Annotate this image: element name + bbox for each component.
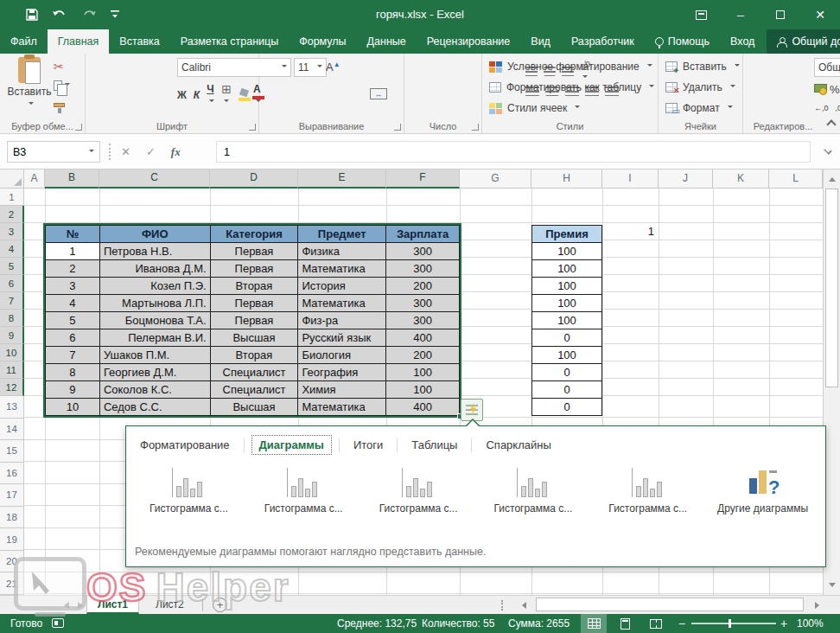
row-header-14[interactable]: 14 — [0, 419, 24, 441]
table-cell[interactable]: Пелерман В.И. — [100, 329, 211, 347]
table-header-cell[interactable]: Предмет — [298, 226, 386, 243]
tab-formulas[interactable]: Формулы — [289, 29, 356, 54]
column-header-A[interactable]: A — [24, 169, 45, 189]
table-cell[interactable]: Иванова Д.М. — [100, 260, 211, 278]
scroll-down-button[interactable] — [824, 578, 840, 593]
premium-cell[interactable]: 0 — [532, 364, 602, 381]
tab-insert[interactable]: Вставка — [109, 29, 169, 54]
table-cell[interactable]: Первая — [211, 312, 299, 329]
table-cell[interactable]: Козел П.Э. — [100, 278, 211, 295]
share-button[interactable]: Общий доступ — [767, 29, 840, 54]
bold-button[interactable]: Ж — [177, 89, 187, 101]
scroll-left-button[interactable] — [515, 597, 532, 613]
row-header-15[interactable]: 15 — [0, 440, 24, 463]
table-cell[interactable]: 10 — [46, 399, 100, 416]
tab-home[interactable]: Главная — [48, 29, 110, 54]
fill-color-button[interactable] — [239, 89, 246, 101]
tab-page-layout[interactable]: Разметка страницы — [170, 29, 289, 54]
scroll-right-button[interactable] — [809, 597, 826, 613]
table-cell[interactable]: Русский язык — [298, 329, 386, 347]
premium-cell[interactable]: 0 — [532, 381, 602, 399]
table-cell[interactable]: 5 — [46, 312, 100, 329]
font-dialog-launcher[interactable] — [249, 124, 256, 131]
cell-styles-button[interactable]: Стили ячеек — [482, 98, 658, 118]
delete-cells-button[interactable]: ✕ Удалить — [659, 77, 742, 98]
table-cell[interactable]: Первая — [211, 243, 299, 260]
copy-button[interactable] — [54, 76, 83, 95]
table-cell[interactable]: 6 — [46, 329, 100, 347]
tab-review[interactable]: Рецензирование — [417, 29, 521, 54]
table-cell[interactable]: Математика — [298, 399, 386, 416]
row-header-6[interactable]: 6 — [0, 275, 24, 292]
row-header-11[interactable]: 11 — [0, 361, 24, 379]
row-header-3[interactable]: 3 — [0, 223, 24, 240]
sheet-nav-right-icon[interactable] — [78, 602, 83, 609]
borders-caret[interactable] — [224, 99, 229, 105]
insert-function-button[interactable]: fx — [171, 145, 181, 159]
collapse-ribbon-button[interactable] — [826, 119, 836, 129]
column-header-H[interactable]: H — [531, 169, 602, 189]
number-dialog-launcher[interactable] — [472, 124, 479, 131]
underline-button[interactable]: Ч — [207, 83, 214, 107]
formula-input[interactable]: 1 — [216, 141, 811, 163]
table-cell[interactable]: 100 — [386, 381, 460, 399]
qa-chart-item[interactable]: Гистограмма с... — [246, 464, 361, 521]
row-header-2[interactable]: 2 — [0, 206, 24, 223]
table-cell[interactable]: Боцмонова Т.А. — [100, 312, 211, 329]
column-header-K[interactable]: K — [713, 169, 769, 189]
name-box[interactable]: B3 — [7, 141, 100, 163]
column-header-L[interactable]: L — [769, 169, 823, 189]
alignment-dialog-launcher[interactable] — [394, 124, 401, 131]
table-cell[interactable]: Вторая — [211, 278, 299, 295]
row-header-20[interactable]: 20 — [0, 551, 24, 573]
table-cell[interactable]: Специалист — [211, 364, 299, 381]
premium-cell[interactable]: 100 — [532, 278, 602, 295]
new-sheet-button[interactable]: + — [213, 598, 227, 612]
table-cell[interactable]: Седов С.С. — [100, 399, 211, 416]
column-header-B[interactable]: B — [45, 169, 99, 189]
premium-cell[interactable]: 100 — [532, 260, 602, 278]
ribbon-display-options-button[interactable] — [681, 0, 721, 29]
splitter-dots[interactable] — [501, 600, 503, 611]
table-cell[interactable]: 4 — [46, 295, 100, 312]
page-layout-view-button[interactable] — [612, 614, 638, 633]
table-cell[interactable]: Физ-ра — [298, 312, 386, 329]
qa-chart-item[interactable]: Гистограмма с... — [475, 464, 590, 521]
table-cell[interactable]: Ушаков П.М. — [100, 347, 211, 364]
table-cell[interactable]: 9 — [46, 381, 100, 399]
table-cell[interactable]: 400 — [386, 329, 460, 347]
column-header-D[interactable]: D — [210, 169, 298, 189]
paste-dropdown-caret[interactable] — [29, 102, 34, 107]
qa-tab-tables[interactable]: Таблицы — [404, 436, 464, 454]
table-header-cell[interactable]: ФИО — [100, 226, 211, 243]
scroll-up-button[interactable] — [824, 171, 840, 187]
format-as-table-button[interactable]: Форматировать как таблицу — [482, 77, 658, 98]
sheet-tab-list2[interactable]: Лист2 — [145, 596, 194, 614]
zoom-in-button[interactable]: + — [780, 614, 787, 633]
tab-file[interactable]: Файл — [0, 29, 48, 54]
premium-cell[interactable]: 100 — [532, 243, 602, 260]
premium-cell[interactable]: 100 — [532, 312, 602, 329]
percent-style-button[interactable]: % — [830, 83, 840, 96]
minimize-button[interactable]: – — [721, 0, 760, 29]
close-button[interactable]: ✕ — [800, 0, 840, 29]
table-cell[interactable]: Георгиев Д.М. — [100, 364, 211, 381]
table-cell[interactable]: 3 — [46, 278, 100, 295]
premium-header-cell[interactable]: Премия — [532, 226, 602, 243]
row-header-9[interactable]: 9 — [0, 327, 24, 344]
zoom-slider-thumb[interactable] — [729, 619, 731, 628]
table-cell[interactable]: Физика — [298, 243, 386, 260]
qa-other-charts-item[interactable]: ?Другие диаграммы — [705, 464, 820, 521]
table-header-cell[interactable]: Категория — [211, 226, 299, 243]
table-cell[interactable]: 200 — [386, 347, 460, 364]
table-cell[interactable]: 300 — [386, 312, 460, 329]
decrease-decimal-button[interactable]: ,00→ — [836, 104, 840, 112]
column-header-G[interactable]: G — [460, 169, 531, 189]
qa-chart-item[interactable]: Гистограмма с... — [590, 464, 705, 521]
table-cell[interactable]: 300 — [386, 260, 460, 278]
table-cell[interactable]: Первая — [211, 260, 299, 278]
tab-help[interactable]: Помощь — [645, 29, 720, 54]
row-header-4[interactable]: 4 — [0, 240, 24, 258]
table-cell[interactable]: География — [298, 364, 386, 381]
zoom-out-button[interactable]: − — [678, 614, 685, 633]
